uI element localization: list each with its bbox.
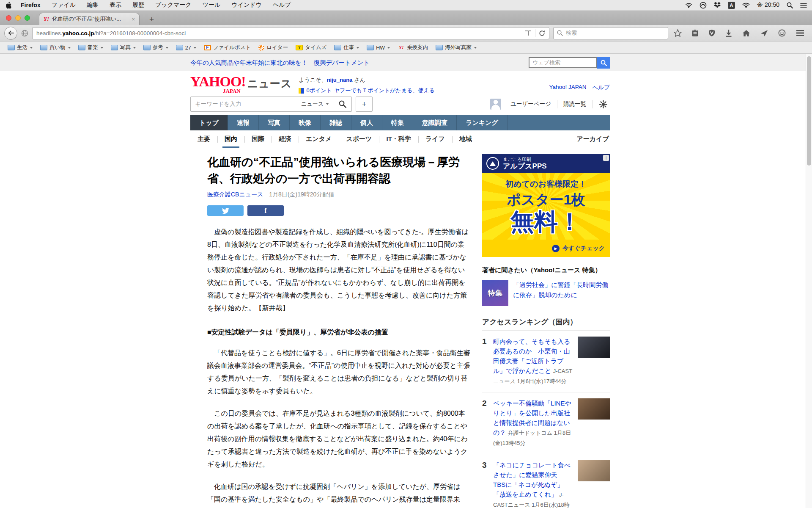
points-link[interactable]: 0ポイント [306,87,332,94]
gear-icon[interactable] [593,100,610,108]
menu-item[interactable]: 表示 [110,1,121,9]
ad-info-icon[interactable]: i [603,155,609,161]
shield-icon[interactable] [708,29,715,37]
wifi-icon[interactable] [742,3,750,8]
smiley-icon[interactable] [778,29,786,37]
facebook-share-button[interactable]: f [247,205,284,216]
wireless-device-icon[interactable] [685,3,692,8]
nav-tab[interactable]: ランキング [457,115,508,130]
scrollbar[interactable] [806,54,812,508]
news-search-button[interactable] [333,97,351,111]
menu-item[interactable]: 履歴 [132,1,144,9]
category-tab[interactable]: 国際 [244,130,272,148]
menu-item[interactable]: ファイル [52,1,76,9]
archive-link[interactable]: アーカイブ [577,130,610,148]
news-search-input[interactable]: キーワードを入力 [191,100,297,108]
nav-tab[interactable]: トップ [190,115,228,130]
bookmark-item[interactable]: 生活 [4,43,36,52]
apple-menu-icon[interactable] [5,2,11,9]
menu-item[interactable]: ツール [203,1,221,9]
menu-hamburger-icon[interactable] [796,30,804,36]
creative-cloud-icon[interactable] [700,2,707,9]
user-page-link[interactable]: ユーザーページ [505,100,557,108]
ranking-item[interactable]: 2 ベッキー不倫騒動「LINEやりとり」を公開した出版社と情報提供者に問題はない… [482,392,610,454]
bookmark-item[interactable]: 写真 [107,43,139,52]
nav-tab[interactable]: 雑誌 [321,115,351,130]
nav-tab[interactable]: 特集 [382,115,413,130]
web-search-input[interactable]: ウェブ検索 [529,57,597,68]
ad-cta-link[interactable]: 今すぐチェック [562,245,605,252]
bookmark-item[interactable]: HW [363,44,393,52]
clipboard-icon[interactable] [692,29,698,37]
article-source-link[interactable]: 医療介護CBニュース [207,191,263,198]
ad-banner[interactable]: まごころ印刷 アルプスPPS i 初めてのお客様限定！ ポスター1枚 無料！ ▶… [482,154,610,257]
bookmark-item[interactable]: 参考 [140,43,172,52]
yahoo-news-logo[interactable]: YAHOO! JAPAN ニュース [190,75,292,96]
category-tab[interactable]: 国内 [217,130,244,148]
category-tab[interactable]: 主要 [190,130,217,148]
download-icon[interactable] [725,29,732,37]
bookmark-item[interactable]: 27 [173,44,200,52]
bookmark-item[interactable]: 海外写真家 [432,43,480,52]
reader-mode-icon[interactable] [525,30,532,36]
subscriptions-link[interactable]: 購読一覧 [557,100,592,108]
nav-tab[interactable]: 意識調査 [413,115,457,130]
menu-item[interactable]: ブックマーク [155,1,192,9]
input-method-icon[interactable]: A [728,2,735,9]
send-plane-icon[interactable] [760,30,768,37]
ranking-item[interactable]: 3 「ネコにチョコレート食べさせた」に愛猫家仰天 TBSに「ネコが死ぬぞ」「放送… [482,454,610,508]
menu-item[interactable]: Firefox [21,2,41,8]
address-bar[interactable]: headlines.yahoo.co.jp/hl?a=20160108-0000… [32,27,549,39]
category-tab[interactable]: スポーツ [339,130,379,148]
menu-item[interactable]: 編集 [87,1,99,9]
nav-tab[interactable]: 速報 [228,115,259,130]
browser-search-field[interactable]: 検索 [553,27,668,39]
home-icon[interactable] [742,30,750,37]
add-search-button[interactable]: + [356,97,373,112]
close-window-button[interactable] [6,15,11,21]
bookmark-item[interactable]: 乗換案内 [394,43,431,52]
category-tab[interactable]: 経済 [272,130,299,148]
bookmark-item[interactable]: ロイター [255,43,291,52]
news-search-row: キーワードを入力 ニュース + ユーザーページ 購読一覧 [190,97,610,112]
nav-tab[interactable]: 写真 [259,115,290,130]
nav-tab[interactable]: 個人 [351,115,382,130]
web-search-button[interactable] [597,57,610,69]
spotlight-search-icon[interactable] [787,2,793,8]
feature-link[interactable]: 「過労社会」に警鐘「長時間労働に依存」脱却のために [513,280,610,306]
menu-clock[interactable]: 金 20:50 [757,1,779,9]
bookmark-star-icon[interactable] [674,29,682,37]
back-button[interactable] [4,27,17,40]
dropbox-icon[interactable] [714,2,721,8]
yahoo-japan-link[interactable]: Yahoo! JAPAN [549,84,587,96]
avatar[interactable] [490,99,501,110]
category-tab[interactable]: IT・科学 [379,130,418,148]
bookmark-item[interactable]: タイムズ [292,43,330,52]
notification-center-icon[interactable] [800,3,807,8]
menu-item[interactable]: ウインドウ [231,1,262,9]
close-tab-icon[interactable]: × [132,16,135,22]
category-tab[interactable]: 地域 [452,130,479,148]
bookmark-item[interactable]: 買い物 [37,43,74,52]
username-link[interactable]: niju_nana [327,77,353,83]
tpoint-note-link[interactable]: ヤフーでもＴポイントがたまる、使える [334,87,435,94]
reload-icon[interactable] [539,30,545,36]
minimize-window-button[interactable] [15,15,21,21]
feature-item[interactable]: 特集 「過労社会」に警鐘「長時間労働に依存」脱却のために [482,280,610,306]
nav-tab[interactable]: 映像 [290,115,321,130]
bookmark-item[interactable]: ファイルポスト [200,43,255,52]
bookmark-item[interactable]: 仕事 [331,43,362,52]
browser-tab[interactable]: Y! 化血研の“不正品”使用強い... × [39,13,140,25]
category-tab[interactable]: ライフ [418,130,452,148]
help-link[interactable]: ヘルプ [593,84,610,96]
scrollbar-thumb[interactable] [807,56,811,166]
zoom-window-button[interactable] [25,15,30,21]
ranking-item[interactable]: 1 町内会って、そもそも入る必要あるのか 小栗旬・山田優夫妻「ご近所トラブル」で… [482,331,610,392]
promo-banner-link[interactable]: 今年の人気商品や年末年始に東北の味を！ 復興デパートメント [190,59,370,67]
search-scope-dropdown[interactable]: ニュース [297,100,333,108]
twitter-share-button[interactable] [207,205,244,216]
menu-item[interactable]: ヘルプ [273,1,291,9]
bookmark-item[interactable]: 音楽 [75,43,107,52]
category-tab[interactable]: エンタメ [299,130,339,148]
new-tab-button[interactable]: + [146,15,157,23]
